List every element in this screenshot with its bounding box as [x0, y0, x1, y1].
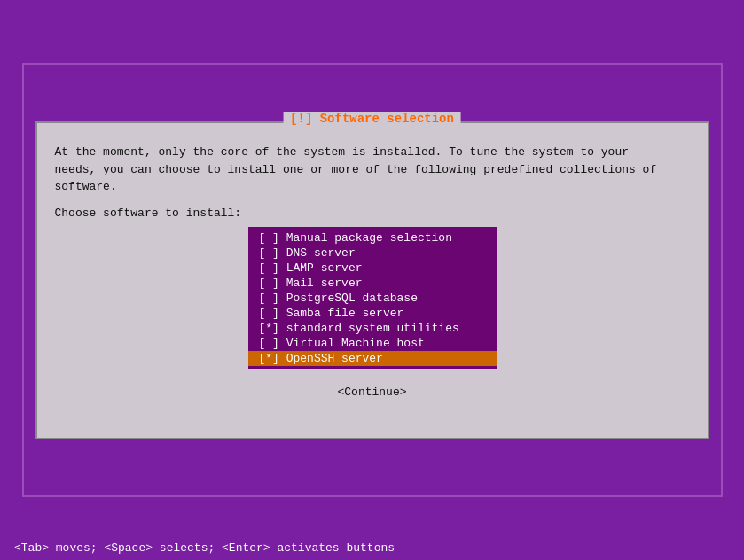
description-text: At the moment, only the core of the syst… — [55, 144, 690, 196]
package-item-openssh[interactable]: [*] OpenSSH server — [248, 351, 497, 366]
package-item-postgresql[interactable]: [ ] PostgreSQL database — [248, 291, 497, 306]
package-item-vm-host[interactable]: [ ] Virtual Machine host — [248, 336, 497, 351]
continue-button[interactable]: <Continue> — [326, 384, 417, 401]
package-list-container: [ ] Manual package selection[ ] DNS serv… — [55, 227, 690, 369]
package-item-samba[interactable]: [ ] Samba file server — [248, 306, 497, 321]
choose-label: Choose software to install: — [55, 206, 690, 220]
package-item-standard-utils[interactable]: [*] standard system utilities — [248, 321, 497, 336]
package-item-dns-server[interactable]: [ ] DNS server — [248, 245, 497, 261]
package-list: [ ] Manual package selection[ ] DNS serv… — [248, 227, 497, 369]
package-item-lamp-server[interactable]: [ ] LAMP server — [248, 261, 497, 276]
status-bar: <Tab> moves; <Space> selects; <Enter> ac… — [0, 536, 744, 560]
package-item-mail-server[interactable]: [ ] Mail server — [248, 276, 497, 291]
dialog-title: [!] Software selection — [283, 112, 461, 126]
package-item-manual-package[interactable]: [ ] Manual package selection — [248, 230, 497, 245]
dialog-box: [!] Software selection At the moment, on… — [35, 121, 709, 439]
continue-btn-container: <Continue> — [55, 384, 690, 401]
outer-border: [!] Software selection At the moment, on… — [22, 63, 723, 497]
dialog-content: At the moment, only the core of the syst… — [37, 122, 708, 438]
